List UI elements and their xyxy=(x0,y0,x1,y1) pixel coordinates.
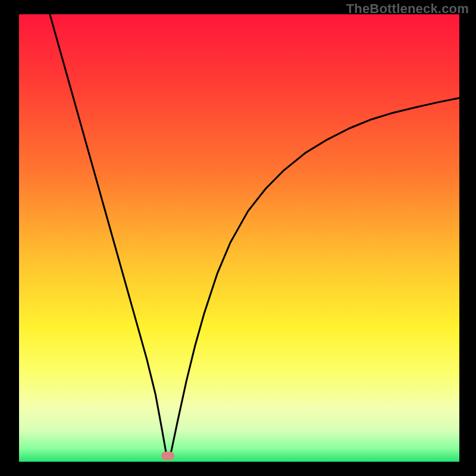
chart-frame xyxy=(19,14,459,462)
watermark-text: TheBottleneck.com xyxy=(346,1,469,17)
min-marker xyxy=(161,452,174,460)
gradient-bg xyxy=(19,14,459,462)
gradient-plot xyxy=(19,14,459,462)
